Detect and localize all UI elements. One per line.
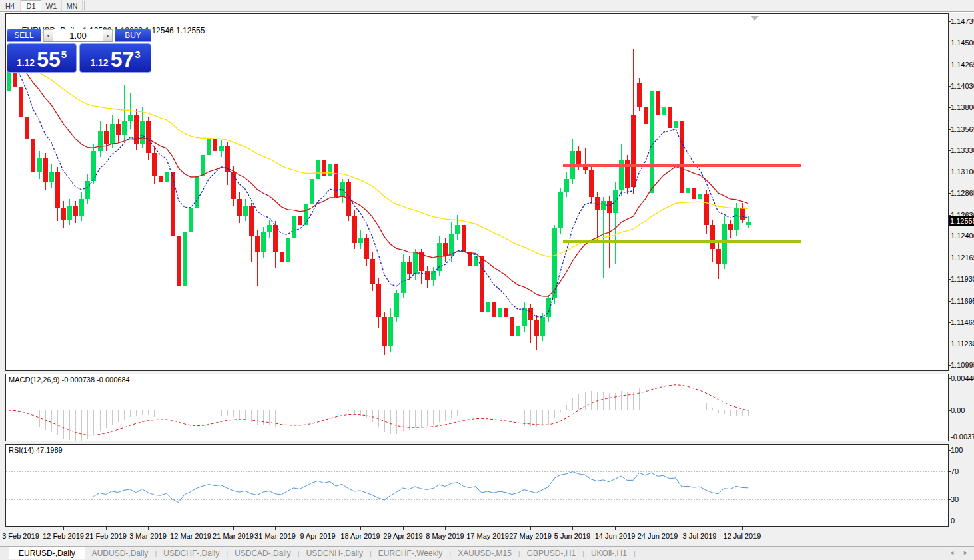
price-axis-tick: 1.11465 [951, 318, 974, 326]
sell-price-big: 55 [37, 49, 61, 69]
macd-label: MACD(12,26,9) -0.000738 -0.000684 [9, 376, 130, 384]
date-tick-mark [488, 527, 488, 530]
price-axis-tick: 1.14500 [951, 39, 974, 47]
tabbar-divider [3, 549, 3, 558]
rsi-axis-tick: 0 [951, 517, 955, 525]
tab-eurchf-weekly[interactable]: EURCHF-,Weekly [372, 549, 449, 558]
tab-ukoil-h1[interactable]: UKOil-,H1 [584, 549, 634, 558]
timeframe-button-h4[interactable]: H4 [0, 0, 21, 11]
sell-price-small: 1.12 [17, 57, 35, 68]
date-axis-label: 3 Jul 2019 [683, 532, 717, 540]
tab-audusd-daily[interactable]: AUDUSD-,Daily [85, 549, 155, 558]
date-axis-label: 14 Jun 2019 [595, 532, 636, 540]
date-tick-mark [658, 527, 658, 530]
buy-button[interactable]: BUY [115, 29, 151, 42]
price-axis-tick: 1.12400 [951, 232, 974, 240]
date-axis[interactable]: 3 Feb 201912 Feb 201921 Feb 20193 Mar 20… [5, 527, 949, 545]
buy-price-big: 57 [111, 49, 135, 69]
date-tick-mark [233, 527, 234, 530]
date-tick-mark [191, 527, 191, 530]
date-tick-mark [106, 527, 107, 530]
macd-axis-tick: -0.003715 [951, 433, 974, 441]
price-axis-tick: 1.11695 [951, 297, 974, 305]
price-axis[interactable]: 1.147351.145001.142651.140301.138001.135… [949, 13, 974, 527]
rsi-axis-tick: 100 [951, 446, 963, 454]
sell-button[interactable]: SELL [7, 29, 41, 42]
price-axis-tick: 1.12165 [951, 254, 974, 262]
tab-xauusd-m15[interactable]: XAUUSD-,M15 [451, 549, 518, 558]
price-axis-tick: 1.13330 [951, 146, 974, 154]
price-axis-tick: 1.14735 [951, 17, 974, 25]
rsi-axis-tick: 70 [951, 467, 959, 475]
date-tick-mark [275, 527, 276, 530]
date-tick-mark [700, 527, 700, 530]
date-axis-label: 8 May 2019 [426, 532, 464, 540]
volume-field[interactable]: 1.00 [53, 29, 103, 41]
current-price-badge: 1.12555 [949, 216, 974, 226]
date-tick-mark [318, 527, 318, 530]
timeframe-button-mn[interactable]: MN [62, 0, 83, 11]
date-axis-label: 5 Jun 2019 [554, 532, 590, 540]
tab-eurusd-daily[interactable]: EURUSD-,Daily [9, 547, 85, 559]
price-axis-tick: 1.13565 [951, 125, 974, 133]
buy-price-small: 1.12 [90, 57, 108, 68]
date-axis-label: 18 Apr 2019 [340, 532, 380, 540]
date-axis-label: 12 Jul 2019 [724, 532, 761, 540]
chart-shift-marker-icon[interactable] [751, 16, 759, 21]
date-axis-label: 17 May 2019 [466, 532, 509, 540]
date-axis-label: 24 Jun 2019 [638, 532, 678, 540]
rsi-canvas[interactable] [6, 445, 948, 526]
tab-usdcnh-daily[interactable]: USDCNH-,Daily [300, 549, 370, 558]
date-axis-label: 3 Mar 2019 [129, 532, 167, 540]
date-tick-mark [615, 527, 616, 530]
tab-separator: | [634, 549, 636, 557]
macd-axis-tick: 0.00 [951, 406, 965, 414]
rsi-axis-tick: 30 [951, 495, 959, 503]
one-click-trading-panel: SELL ▼ 1.00 ▲ BUY 1.12 55 5 1.12 57 3 [7, 29, 151, 73]
date-axis-label: 12 Feb 2019 [43, 532, 84, 540]
timeframe-button-w1[interactable]: W1 [41, 0, 62, 11]
sell-price-pip: 5 [61, 49, 67, 60]
price-axis-tick: 1.14030 [951, 82, 974, 90]
date-axis-label: 12 Mar 2019 [170, 532, 211, 540]
date-axis-label: 27 May 2019 [509, 532, 552, 540]
date-tick-mark [530, 527, 531, 530]
macd-axis-tick: 0.004465 [951, 374, 974, 382]
sell-price-button[interactable]: 1.12 55 5 [7, 43, 77, 73]
price-axis-tick: 1.14265 [951, 61, 974, 69]
mt4-terminal: { "toolbar": { "timeframes": [ {"label":… [0, 0, 974, 560]
date-axis-label: 21 Feb 2019 [85, 532, 127, 540]
volume-increase-icon[interactable]: ▲ [103, 29, 113, 41]
date-tick-mark [445, 527, 446, 530]
volume-stepper: ▼ 1.00 ▲ [43, 29, 113, 42]
price-axis-tick: 1.12865 [951, 189, 974, 197]
tab-usdchf-daily[interactable]: USDCHF-,Daily [157, 549, 226, 558]
price-axis-tick: 1.13800 [951, 103, 974, 111]
buy-price-button[interactable]: 1.12 57 3 [79, 43, 151, 73]
macd-canvas[interactable] [6, 374, 948, 441]
tab-gbpusd-h1[interactable]: GBPUSD-,H1 [520, 549, 582, 558]
rsi-label: RSI(14) 47.1989 [9, 446, 63, 454]
volume-decrease-icon[interactable]: ▼ [43, 29, 53, 41]
tab-scroll-right-icon[interactable]: ► [963, 549, 969, 556]
price-axis-tick: 1.11230 [951, 340, 974, 348]
date-axis-label: 21 Mar 2019 [213, 532, 254, 540]
date-tick-mark [63, 527, 64, 530]
macd-pane[interactable]: MACD(12,26,9) -0.000738 -0.000684 [5, 374, 949, 441]
date-tick-mark [21, 527, 21, 530]
date-tick-mark [360, 527, 361, 530]
tab-scroll-left-icon[interactable]: ◄ [949, 549, 955, 556]
date-axis-label: 31 Mar 2019 [254, 532, 296, 540]
symbol-tabbar: EURUSD-,DailyAUDUSD-,Daily|USDCHF-,Daily… [0, 546, 974, 560]
date-tick-mark [148, 527, 149, 530]
date-tick-mark [403, 527, 404, 530]
price-axis-tick: 1.13100 [951, 168, 974, 176]
timeframe-button-d1[interactable]: D1 [21, 0, 41, 11]
date-tick-mark [572, 527, 573, 530]
rsi-pane[interactable]: RSI(14) 47.1989 [5, 444, 949, 527]
price-axis-tick: 1.11930 [951, 275, 974, 283]
toolbar-separator [84, 1, 85, 10]
date-axis-label: 3 Feb 2019 [2, 532, 39, 540]
timeframe-toolbar: H4D1W1MN [0, 0, 974, 12]
tab-usdcad-daily[interactable]: USDCAD-,Daily [228, 549, 298, 558]
